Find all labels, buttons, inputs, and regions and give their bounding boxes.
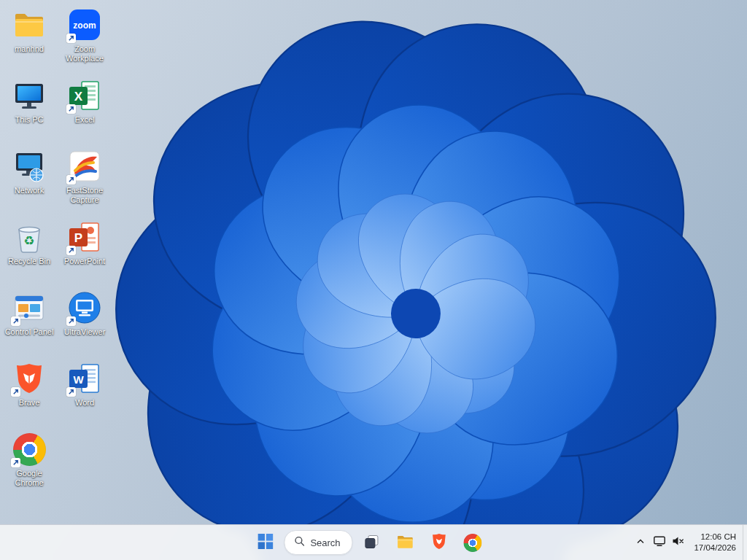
recycle-bin-icon: ♻ xyxy=(12,219,47,254)
desktop-icon-label: UltraViewer xyxy=(64,327,106,337)
ultraviewer-icon xyxy=(67,290,102,325)
desktop-icon-network[interactable]: Network xyxy=(1,146,57,217)
desktop-icon-google-chrome[interactable]: Google Chrome xyxy=(1,429,57,499)
desktop-icon-control-panel[interactable]: Control Panel xyxy=(1,287,57,358)
desktop-icon-manhnd[interactable]: manhnd xyxy=(1,4,57,75)
desktop-icon-label: Zoom Workplace xyxy=(58,44,112,63)
desktop-icon-brave[interactable]: Brave xyxy=(1,358,57,429)
desktop-icon-recycle-bin[interactable]: ♻ Recycle Bin xyxy=(1,217,57,287)
control-panel-icon xyxy=(12,290,47,325)
faststone-icon xyxy=(67,149,102,184)
desktop-icon-label: Control Panel xyxy=(5,327,54,337)
desktop-icon-grid: manhnd zoom Zoom Workplace xyxy=(1,4,112,499)
task-view-icon xyxy=(363,533,381,553)
zoom-icon: zoom xyxy=(67,7,102,42)
shortcut-arrow-icon xyxy=(66,175,76,184)
svg-text:X: X xyxy=(74,90,83,104)
shortcut-arrow-icon xyxy=(66,104,76,114)
start-button[interactable] xyxy=(250,528,279,557)
chrome-taskbar-button[interactable] xyxy=(458,528,487,557)
svg-text:W: W xyxy=(73,373,84,386)
clock-date: 17/04/2026 xyxy=(694,542,736,553)
shortcut-arrow-icon xyxy=(11,316,20,326)
desktop-icon-ultraviewer[interactable]: UltraViewer xyxy=(57,287,112,358)
file-explorer-button[interactable] xyxy=(391,528,420,557)
network-tray-icon xyxy=(653,534,666,551)
desktop-icon-label: Recycle Bin xyxy=(8,257,50,266)
clock-time: 12:06 CH xyxy=(694,532,736,542)
taskbar-center-group: Search xyxy=(250,525,487,560)
this-pc-icon xyxy=(12,78,47,113)
brave-icon xyxy=(12,361,47,396)
desktop-icon-label: Network xyxy=(15,186,44,195)
chevron-up-icon xyxy=(636,537,645,548)
desktop-icon-label: Brave xyxy=(19,398,40,408)
svg-text:♻: ♻ xyxy=(23,233,34,248)
shortcut-arrow-icon xyxy=(11,387,20,397)
desktop-icon-label: Excel xyxy=(75,115,95,125)
desktop-icon-this-pc[interactable]: This PC xyxy=(1,75,57,146)
shortcut-arrow-icon xyxy=(11,458,20,467)
taskbar-search[interactable]: Search xyxy=(284,530,352,555)
desktop-icon-faststone-capture[interactable]: FastStone Capture xyxy=(57,146,112,217)
shortcut-arrow-icon xyxy=(66,316,76,326)
desktop-icon-excel[interactable]: X Excel xyxy=(57,75,112,146)
desktop[interactable]: manhnd zoom Zoom Workplace xyxy=(0,0,747,560)
shortcut-arrow-icon xyxy=(66,246,76,255)
taskbar-clock[interactable]: 12:06 CH 17/04/2026 xyxy=(689,529,743,556)
network-icon xyxy=(12,149,47,184)
search-label: Search xyxy=(310,537,340,548)
brave-icon xyxy=(430,532,448,553)
desktop-icon-label: Word xyxy=(75,398,94,408)
desktop-icon-label: PowerPoint xyxy=(64,257,105,266)
folder-icon xyxy=(12,7,47,42)
brave-taskbar-button[interactable] xyxy=(425,528,454,557)
excel-icon: X xyxy=(67,78,102,113)
desktop-icon-powerpoint[interactable]: P PowerPoint xyxy=(57,217,112,287)
desktop-icon-zoom-workplace[interactable]: zoom Zoom Workplace xyxy=(57,4,112,75)
svg-text:zoom: zoom xyxy=(73,20,96,31)
powerpoint-icon: P xyxy=(67,219,102,254)
chrome-icon xyxy=(463,534,481,552)
shortcut-arrow-icon xyxy=(66,34,76,43)
shortcut-arrow-icon xyxy=(66,387,76,397)
desktop-icon-label: manhnd xyxy=(15,44,44,54)
svg-text:P: P xyxy=(74,231,82,245)
desktop-icon-label: FastStone Capture xyxy=(58,186,112,204)
windows-logo-icon xyxy=(258,534,273,551)
volume-muted-icon xyxy=(671,534,684,551)
chrome-icon xyxy=(12,432,47,467)
task-view-button[interactable] xyxy=(357,528,387,557)
desktop-icon-label: This PC xyxy=(15,115,43,125)
show-desktop-button[interactable] xyxy=(743,525,747,560)
tray-status-area[interactable] xyxy=(649,529,689,556)
word-icon: W xyxy=(67,361,102,396)
tray-chevron-button[interactable] xyxy=(632,529,649,556)
file-explorer-icon xyxy=(396,532,415,553)
desktop-icon-word[interactable]: W Word xyxy=(57,358,112,429)
taskbar-tray: 12:06 CH 17/04/2026 xyxy=(632,525,747,560)
search-icon xyxy=(294,536,304,549)
desktop-icon-label: Google Chrome xyxy=(2,469,56,487)
taskbar: Search xyxy=(0,524,747,560)
